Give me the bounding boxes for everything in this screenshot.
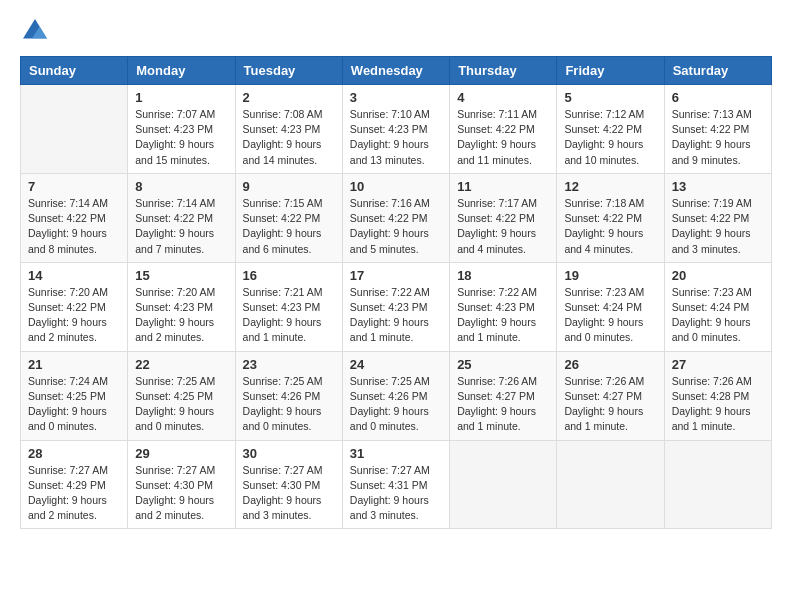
day-info: Sunrise: 7:19 AM Sunset: 4:22 PM Dayligh…	[672, 196, 764, 257]
calendar-week-row: 1Sunrise: 7:07 AM Sunset: 4:23 PM Daylig…	[21, 85, 772, 174]
day-number: 19	[564, 268, 656, 283]
day-info: Sunrise: 7:17 AM Sunset: 4:22 PM Dayligh…	[457, 196, 549, 257]
calendar-day-header: Sunday	[21, 57, 128, 85]
day-number: 30	[243, 446, 335, 461]
day-number: 21	[28, 357, 120, 372]
calendar-cell: 12Sunrise: 7:18 AM Sunset: 4:22 PM Dayli…	[557, 173, 664, 262]
day-number: 20	[672, 268, 764, 283]
calendar-cell: 28Sunrise: 7:27 AM Sunset: 4:29 PM Dayli…	[21, 440, 128, 529]
header	[20, 16, 772, 46]
day-info: Sunrise: 7:18 AM Sunset: 4:22 PM Dayligh…	[564, 196, 656, 257]
day-info: Sunrise: 7:22 AM Sunset: 4:23 PM Dayligh…	[457, 285, 549, 346]
calendar-cell: 4Sunrise: 7:11 AM Sunset: 4:22 PM Daylig…	[450, 85, 557, 174]
day-info: Sunrise: 7:20 AM Sunset: 4:22 PM Dayligh…	[28, 285, 120, 346]
day-info: Sunrise: 7:08 AM Sunset: 4:23 PM Dayligh…	[243, 107, 335, 168]
calendar-cell	[450, 440, 557, 529]
calendar-cell: 8Sunrise: 7:14 AM Sunset: 4:22 PM Daylig…	[128, 173, 235, 262]
calendar-cell: 22Sunrise: 7:25 AM Sunset: 4:25 PM Dayli…	[128, 351, 235, 440]
calendar-cell	[557, 440, 664, 529]
day-number: 10	[350, 179, 442, 194]
day-info: Sunrise: 7:25 AM Sunset: 4:26 PM Dayligh…	[243, 374, 335, 435]
calendar-cell: 17Sunrise: 7:22 AM Sunset: 4:23 PM Dayli…	[342, 262, 449, 351]
day-number: 2	[243, 90, 335, 105]
calendar-cell: 18Sunrise: 7:22 AM Sunset: 4:23 PM Dayli…	[450, 262, 557, 351]
day-info: Sunrise: 7:26 AM Sunset: 4:28 PM Dayligh…	[672, 374, 764, 435]
day-number: 9	[243, 179, 335, 194]
day-number: 17	[350, 268, 442, 283]
day-number: 13	[672, 179, 764, 194]
day-info: Sunrise: 7:22 AM Sunset: 4:23 PM Dayligh…	[350, 285, 442, 346]
day-number: 3	[350, 90, 442, 105]
day-info: Sunrise: 7:14 AM Sunset: 4:22 PM Dayligh…	[135, 196, 227, 257]
day-number: 11	[457, 179, 549, 194]
day-info: Sunrise: 7:11 AM Sunset: 4:22 PM Dayligh…	[457, 107, 549, 168]
calendar-cell: 26Sunrise: 7:26 AM Sunset: 4:27 PM Dayli…	[557, 351, 664, 440]
day-info: Sunrise: 7:12 AM Sunset: 4:22 PM Dayligh…	[564, 107, 656, 168]
calendar-cell: 13Sunrise: 7:19 AM Sunset: 4:22 PM Dayli…	[664, 173, 771, 262]
day-info: Sunrise: 7:27 AM Sunset: 4:30 PM Dayligh…	[135, 463, 227, 524]
day-number: 5	[564, 90, 656, 105]
calendar-cell: 23Sunrise: 7:25 AM Sunset: 4:26 PM Dayli…	[235, 351, 342, 440]
day-number: 29	[135, 446, 227, 461]
calendar-cell: 29Sunrise: 7:27 AM Sunset: 4:30 PM Dayli…	[128, 440, 235, 529]
day-info: Sunrise: 7:24 AM Sunset: 4:25 PM Dayligh…	[28, 374, 120, 435]
calendar-cell	[664, 440, 771, 529]
calendar-cell: 6Sunrise: 7:13 AM Sunset: 4:22 PM Daylig…	[664, 85, 771, 174]
calendar-cell: 30Sunrise: 7:27 AM Sunset: 4:30 PM Dayli…	[235, 440, 342, 529]
day-info: Sunrise: 7:14 AM Sunset: 4:22 PM Dayligh…	[28, 196, 120, 257]
calendar-cell	[21, 85, 128, 174]
day-number: 23	[243, 357, 335, 372]
calendar-cell: 27Sunrise: 7:26 AM Sunset: 4:28 PM Dayli…	[664, 351, 771, 440]
calendar-cell: 24Sunrise: 7:25 AM Sunset: 4:26 PM Dayli…	[342, 351, 449, 440]
day-number: 27	[672, 357, 764, 372]
day-info: Sunrise: 7:07 AM Sunset: 4:23 PM Dayligh…	[135, 107, 227, 168]
day-info: Sunrise: 7:23 AM Sunset: 4:24 PM Dayligh…	[564, 285, 656, 346]
day-number: 25	[457, 357, 549, 372]
day-info: Sunrise: 7:16 AM Sunset: 4:22 PM Dayligh…	[350, 196, 442, 257]
day-info: Sunrise: 7:13 AM Sunset: 4:22 PM Dayligh…	[672, 107, 764, 168]
calendar-week-row: 28Sunrise: 7:27 AM Sunset: 4:29 PM Dayli…	[21, 440, 772, 529]
day-info: Sunrise: 7:26 AM Sunset: 4:27 PM Dayligh…	[564, 374, 656, 435]
day-number: 6	[672, 90, 764, 105]
day-info: Sunrise: 7:20 AM Sunset: 4:23 PM Dayligh…	[135, 285, 227, 346]
calendar: SundayMondayTuesdayWednesdayThursdayFrid…	[20, 56, 772, 529]
day-number: 28	[28, 446, 120, 461]
day-info: Sunrise: 7:27 AM Sunset: 4:31 PM Dayligh…	[350, 463, 442, 524]
day-number: 22	[135, 357, 227, 372]
day-number: 16	[243, 268, 335, 283]
day-number: 1	[135, 90, 227, 105]
day-number: 31	[350, 446, 442, 461]
calendar-week-row: 14Sunrise: 7:20 AM Sunset: 4:22 PM Dayli…	[21, 262, 772, 351]
calendar-cell: 25Sunrise: 7:26 AM Sunset: 4:27 PM Dayli…	[450, 351, 557, 440]
day-info: Sunrise: 7:25 AM Sunset: 4:25 PM Dayligh…	[135, 374, 227, 435]
calendar-cell: 5Sunrise: 7:12 AM Sunset: 4:22 PM Daylig…	[557, 85, 664, 174]
day-number: 26	[564, 357, 656, 372]
day-info: Sunrise: 7:27 AM Sunset: 4:29 PM Dayligh…	[28, 463, 120, 524]
logo	[20, 16, 54, 46]
day-number: 7	[28, 179, 120, 194]
calendar-day-header: Tuesday	[235, 57, 342, 85]
day-info: Sunrise: 7:10 AM Sunset: 4:23 PM Dayligh…	[350, 107, 442, 168]
day-info: Sunrise: 7:15 AM Sunset: 4:22 PM Dayligh…	[243, 196, 335, 257]
calendar-cell: 10Sunrise: 7:16 AM Sunset: 4:22 PM Dayli…	[342, 173, 449, 262]
calendar-cell: 1Sunrise: 7:07 AM Sunset: 4:23 PM Daylig…	[128, 85, 235, 174]
day-number: 12	[564, 179, 656, 194]
calendar-cell: 21Sunrise: 7:24 AM Sunset: 4:25 PM Dayli…	[21, 351, 128, 440]
calendar-day-header: Friday	[557, 57, 664, 85]
day-info: Sunrise: 7:23 AM Sunset: 4:24 PM Dayligh…	[672, 285, 764, 346]
calendar-day-header: Saturday	[664, 57, 771, 85]
day-info: Sunrise: 7:26 AM Sunset: 4:27 PM Dayligh…	[457, 374, 549, 435]
calendar-day-header: Monday	[128, 57, 235, 85]
calendar-cell: 16Sunrise: 7:21 AM Sunset: 4:23 PM Dayli…	[235, 262, 342, 351]
calendar-cell: 14Sunrise: 7:20 AM Sunset: 4:22 PM Dayli…	[21, 262, 128, 351]
calendar-cell: 11Sunrise: 7:17 AM Sunset: 4:22 PM Dayli…	[450, 173, 557, 262]
calendar-cell: 7Sunrise: 7:14 AM Sunset: 4:22 PM Daylig…	[21, 173, 128, 262]
day-info: Sunrise: 7:25 AM Sunset: 4:26 PM Dayligh…	[350, 374, 442, 435]
calendar-header-row: SundayMondayTuesdayWednesdayThursdayFrid…	[21, 57, 772, 85]
calendar-day-header: Thursday	[450, 57, 557, 85]
day-number: 15	[135, 268, 227, 283]
calendar-week-row: 21Sunrise: 7:24 AM Sunset: 4:25 PM Dayli…	[21, 351, 772, 440]
day-info: Sunrise: 7:21 AM Sunset: 4:23 PM Dayligh…	[243, 285, 335, 346]
calendar-cell: 19Sunrise: 7:23 AM Sunset: 4:24 PM Dayli…	[557, 262, 664, 351]
calendar-cell: 9Sunrise: 7:15 AM Sunset: 4:22 PM Daylig…	[235, 173, 342, 262]
